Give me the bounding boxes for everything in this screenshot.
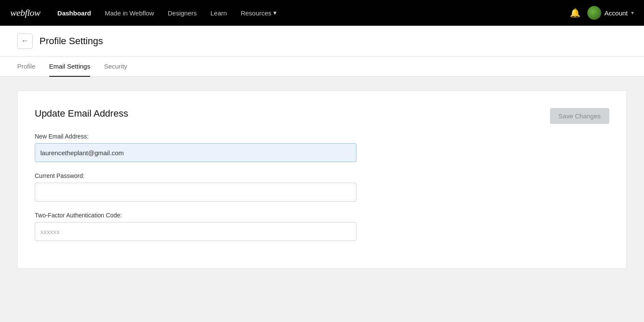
current-password-input[interactable]: [35, 183, 357, 202]
nav-designers[interactable]: Designers: [168, 8, 197, 18]
two-factor-input[interactable]: [35, 222, 357, 241]
two-factor-label: Two-Factor Authentication Code:: [35, 212, 609, 219]
new-email-input[interactable]: [35, 143, 357, 162]
brand-logo[interactable]: webflow: [10, 7, 40, 18]
notifications-bell-icon[interactable]: 🔔: [570, 8, 581, 18]
current-password-label: Current Password:: [35, 172, 609, 179]
avatar-image: [587, 6, 601, 20]
new-email-group: New Email Address:: [35, 133, 609, 162]
nav-made-in-webflow[interactable]: Made in Webflow: [105, 8, 154, 18]
nav-resources-label: Resources: [241, 9, 272, 17]
account-label: Account: [605, 9, 628, 17]
page-title: Profile Settings: [39, 36, 103, 47]
back-arrow-icon: ←: [21, 36, 29, 45]
nav-learn[interactable]: Learn: [211, 8, 227, 18]
navbar: webflow Dashboard Made in Webflow Design…: [0, 0, 644, 26]
tab-email-settings[interactable]: Email Settings: [49, 57, 91, 77]
tabs-bar: Profile Email Settings Security: [0, 57, 644, 77]
tab-profile[interactable]: Profile: [17, 57, 36, 77]
nav-resources[interactable]: Resources ▾: [241, 9, 277, 17]
current-password-group: Current Password:: [35, 172, 609, 202]
account-chevron-down-icon: ▾: [631, 10, 634, 16]
avatar: [587, 6, 601, 20]
nav-right-section: 🔔 Account ▾: [570, 6, 634, 20]
nav-dashboard[interactable]: Dashboard: [57, 8, 91, 18]
card-title: Update Email Address: [35, 108, 609, 119]
two-factor-group: Two-Factor Authentication Code:: [35, 212, 609, 241]
chevron-down-icon: ▾: [273, 9, 277, 17]
content-area: Update Email Address Save Changes New Em…: [0, 77, 644, 283]
back-button[interactable]: ←: [17, 33, 33, 49]
email-settings-card: Update Email Address Save Changes New Em…: [17, 90, 627, 269]
page-header: ← Profile Settings: [0, 26, 644, 57]
new-email-label: New Email Address:: [35, 133, 609, 140]
save-changes-button[interactable]: Save Changes: [550, 108, 609, 124]
page-wrapper: ← Profile Settings Profile Email Setting…: [0, 26, 644, 322]
tab-security[interactable]: Security: [104, 57, 127, 77]
account-button[interactable]: Account ▾: [587, 6, 634, 20]
